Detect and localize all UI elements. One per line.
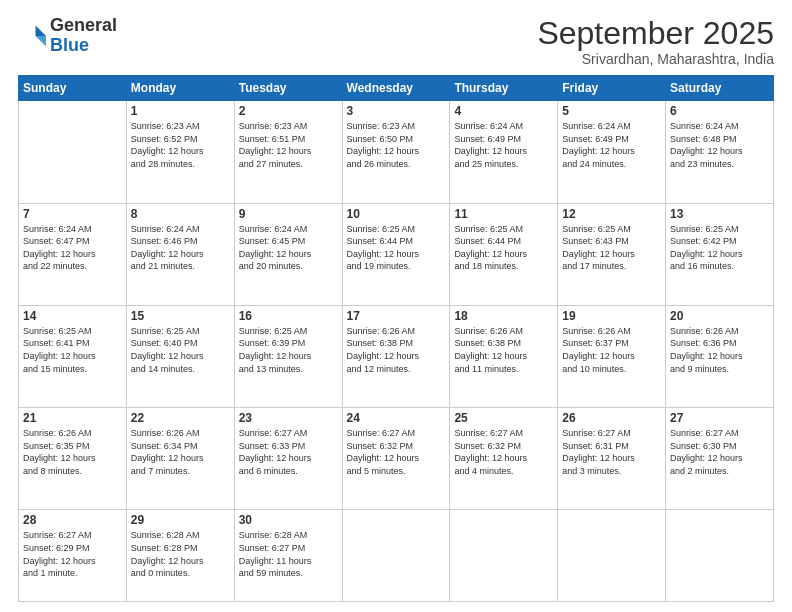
calendar-cell: 15Sunrise: 6:25 AM Sunset: 6:40 PM Dayli… <box>126 305 234 407</box>
day-info: Sunrise: 6:23 AM Sunset: 6:52 PM Dayligh… <box>131 120 230 170</box>
day-number: 26 <box>562 411 661 425</box>
day-number: 25 <box>454 411 553 425</box>
calendar-cell: 11Sunrise: 6:25 AM Sunset: 6:44 PM Dayli… <box>450 203 558 305</box>
page: General Blue September 2025 Srivardhan, … <box>0 0 792 612</box>
calendar-cell: 30Sunrise: 6:28 AM Sunset: 6:27 PM Dayli… <box>234 510 342 602</box>
calendar-cell <box>19 101 127 203</box>
calendar-cell: 4Sunrise: 6:24 AM Sunset: 6:49 PM Daylig… <box>450 101 558 203</box>
day-info: Sunrise: 6:24 AM Sunset: 6:49 PM Dayligh… <box>562 120 661 170</box>
calendar-cell: 21Sunrise: 6:26 AM Sunset: 6:35 PM Dayli… <box>19 408 127 510</box>
day-info: Sunrise: 6:24 AM Sunset: 6:47 PM Dayligh… <box>23 223 122 273</box>
day-number: 2 <box>239 104 338 118</box>
day-info: Sunrise: 6:27 AM Sunset: 6:31 PM Dayligh… <box>562 427 661 477</box>
svg-marker-1 <box>36 25 47 36</box>
calendar-cell: 17Sunrise: 6:26 AM Sunset: 6:38 PM Dayli… <box>342 305 450 407</box>
day-info: Sunrise: 6:25 AM Sunset: 6:41 PM Dayligh… <box>23 325 122 375</box>
day-header-wednesday: Wednesday <box>342 76 450 101</box>
calendar-week-2: 7Sunrise: 6:24 AM Sunset: 6:47 PM Daylig… <box>19 203 774 305</box>
day-header-saturday: Saturday <box>666 76 774 101</box>
day-info: Sunrise: 6:26 AM Sunset: 6:37 PM Dayligh… <box>562 325 661 375</box>
calendar-cell: 22Sunrise: 6:26 AM Sunset: 6:34 PM Dayli… <box>126 408 234 510</box>
day-number: 12 <box>562 207 661 221</box>
calendar-cell <box>450 510 558 602</box>
day-info: Sunrise: 6:24 AM Sunset: 6:45 PM Dayligh… <box>239 223 338 273</box>
day-number: 23 <box>239 411 338 425</box>
subtitle: Srivardhan, Maharashtra, India <box>537 51 774 67</box>
calendar-cell: 9Sunrise: 6:24 AM Sunset: 6:45 PM Daylig… <box>234 203 342 305</box>
day-number: 16 <box>239 309 338 323</box>
day-info: Sunrise: 6:25 AM Sunset: 6:39 PM Dayligh… <box>239 325 338 375</box>
calendar-cell: 10Sunrise: 6:25 AM Sunset: 6:44 PM Dayli… <box>342 203 450 305</box>
day-number: 13 <box>670 207 769 221</box>
day-info: Sunrise: 6:25 AM Sunset: 6:44 PM Dayligh… <box>347 223 446 273</box>
day-info: Sunrise: 6:24 AM Sunset: 6:49 PM Dayligh… <box>454 120 553 170</box>
calendar-cell: 19Sunrise: 6:26 AM Sunset: 6:37 PM Dayli… <box>558 305 666 407</box>
calendar-cell: 5Sunrise: 6:24 AM Sunset: 6:49 PM Daylig… <box>558 101 666 203</box>
day-number: 21 <box>23 411 122 425</box>
calendar-cell: 14Sunrise: 6:25 AM Sunset: 6:41 PM Dayli… <box>19 305 127 407</box>
day-info: Sunrise: 6:26 AM Sunset: 6:38 PM Dayligh… <box>454 325 553 375</box>
calendar-cell: 16Sunrise: 6:25 AM Sunset: 6:39 PM Dayli… <box>234 305 342 407</box>
day-info: Sunrise: 6:26 AM Sunset: 6:34 PM Dayligh… <box>131 427 230 477</box>
calendar-cell: 12Sunrise: 6:25 AM Sunset: 6:43 PM Dayli… <box>558 203 666 305</box>
calendar-week-4: 21Sunrise: 6:26 AM Sunset: 6:35 PM Dayli… <box>19 408 774 510</box>
calendar-cell: 2Sunrise: 6:23 AM Sunset: 6:51 PM Daylig… <box>234 101 342 203</box>
calendar-cell: 24Sunrise: 6:27 AM Sunset: 6:32 PM Dayli… <box>342 408 450 510</box>
day-number: 17 <box>347 309 446 323</box>
day-number: 29 <box>131 513 230 527</box>
calendar-cell: 25Sunrise: 6:27 AM Sunset: 6:32 PM Dayli… <box>450 408 558 510</box>
day-number: 11 <box>454 207 553 221</box>
day-info: Sunrise: 6:26 AM Sunset: 6:36 PM Dayligh… <box>670 325 769 375</box>
day-info: Sunrise: 6:25 AM Sunset: 6:44 PM Dayligh… <box>454 223 553 273</box>
day-header-thursday: Thursday <box>450 76 558 101</box>
day-number: 19 <box>562 309 661 323</box>
calendar-week-3: 14Sunrise: 6:25 AM Sunset: 6:41 PM Dayli… <box>19 305 774 407</box>
day-header-friday: Friday <box>558 76 666 101</box>
day-number: 7 <box>23 207 122 221</box>
calendar-cell: 29Sunrise: 6:28 AM Sunset: 6:28 PM Dayli… <box>126 510 234 602</box>
day-header-sunday: Sunday <box>19 76 127 101</box>
calendar-table: SundayMondayTuesdayWednesdayThursdayFrid… <box>18 75 774 602</box>
title-block: September 2025 Srivardhan, Maharashtra, … <box>537 16 774 67</box>
day-header-tuesday: Tuesday <box>234 76 342 101</box>
day-number: 4 <box>454 104 553 118</box>
logo-text: General Blue <box>50 16 117 56</box>
day-number: 8 <box>131 207 230 221</box>
day-number: 3 <box>347 104 446 118</box>
calendar-week-5: 28Sunrise: 6:27 AM Sunset: 6:29 PM Dayli… <box>19 510 774 602</box>
calendar-cell: 18Sunrise: 6:26 AM Sunset: 6:38 PM Dayli… <box>450 305 558 407</box>
calendar-cell: 26Sunrise: 6:27 AM Sunset: 6:31 PM Dayli… <box>558 408 666 510</box>
day-number: 24 <box>347 411 446 425</box>
day-info: Sunrise: 6:25 AM Sunset: 6:42 PM Dayligh… <box>670 223 769 273</box>
svg-marker-2 <box>36 36 47 47</box>
day-number: 6 <box>670 104 769 118</box>
logo-general: General <box>50 15 117 35</box>
calendar-cell: 27Sunrise: 6:27 AM Sunset: 6:30 PM Dayli… <box>666 408 774 510</box>
day-number: 14 <box>23 309 122 323</box>
day-info: Sunrise: 6:25 AM Sunset: 6:40 PM Dayligh… <box>131 325 230 375</box>
day-info: Sunrise: 6:26 AM Sunset: 6:38 PM Dayligh… <box>347 325 446 375</box>
day-info: Sunrise: 6:23 AM Sunset: 6:50 PM Dayligh… <box>347 120 446 170</box>
day-info: Sunrise: 6:27 AM Sunset: 6:32 PM Dayligh… <box>454 427 553 477</box>
day-number: 18 <box>454 309 553 323</box>
calendar-body: 1Sunrise: 6:23 AM Sunset: 6:52 PM Daylig… <box>19 101 774 602</box>
logo: General Blue <box>18 16 117 56</box>
day-info: Sunrise: 6:27 AM Sunset: 6:30 PM Dayligh… <box>670 427 769 477</box>
day-number: 27 <box>670 411 769 425</box>
day-info: Sunrise: 6:28 AM Sunset: 6:28 PM Dayligh… <box>131 529 230 579</box>
calendar-cell: 7Sunrise: 6:24 AM Sunset: 6:47 PM Daylig… <box>19 203 127 305</box>
day-info: Sunrise: 6:26 AM Sunset: 6:35 PM Dayligh… <box>23 427 122 477</box>
calendar-cell: 3Sunrise: 6:23 AM Sunset: 6:50 PM Daylig… <box>342 101 450 203</box>
day-info: Sunrise: 6:27 AM Sunset: 6:33 PM Dayligh… <box>239 427 338 477</box>
calendar-cell <box>558 510 666 602</box>
day-number: 9 <box>239 207 338 221</box>
day-header-monday: Monday <box>126 76 234 101</box>
day-info: Sunrise: 6:24 AM Sunset: 6:46 PM Dayligh… <box>131 223 230 273</box>
calendar-cell: 6Sunrise: 6:24 AM Sunset: 6:48 PM Daylig… <box>666 101 774 203</box>
calendar-cell: 13Sunrise: 6:25 AM Sunset: 6:42 PM Dayli… <box>666 203 774 305</box>
day-number: 22 <box>131 411 230 425</box>
day-number: 15 <box>131 309 230 323</box>
day-number: 30 <box>239 513 338 527</box>
day-info: Sunrise: 6:28 AM Sunset: 6:27 PM Dayligh… <box>239 529 338 579</box>
calendar-cell: 20Sunrise: 6:26 AM Sunset: 6:36 PM Dayli… <box>666 305 774 407</box>
